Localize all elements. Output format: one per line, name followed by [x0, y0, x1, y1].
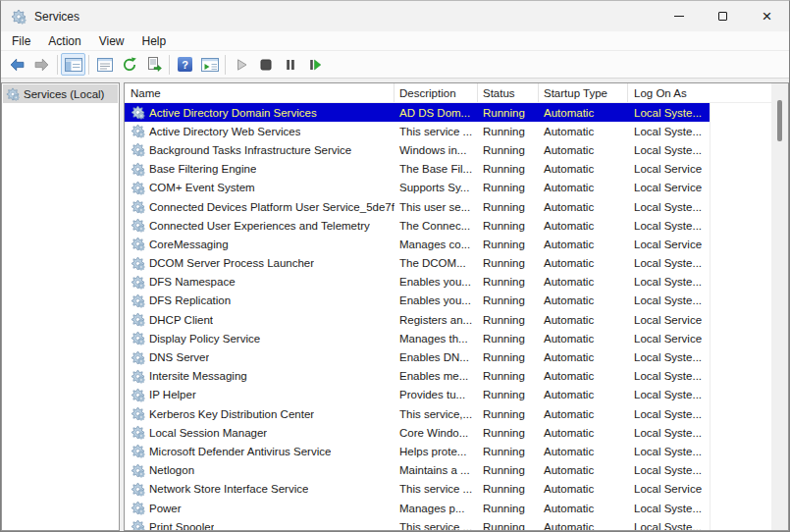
service-startup-type: Automatic — [539, 427, 628, 439]
service-status: Running — [478, 107, 539, 119]
table-row[interactable]: Connected User Experiences and Telemetry… — [125, 216, 710, 235]
table-row[interactable]: Background Tasks Infrastructure Service … — [125, 140, 710, 159]
table-row[interactable]: Intersite Messaging Enables me... Runnin… — [125, 367, 710, 386]
service-startup-type: Automatic — [539, 294, 628, 306]
table-row[interactable]: CoreMessaging Manages co... Running Auto… — [125, 235, 710, 253]
service-description: Manages th... — [395, 333, 478, 345]
service-startup-type: Automatic — [539, 126, 628, 137]
service-name: Connected Devices Platform User Service_… — [149, 201, 395, 213]
table-row[interactable]: IP Helper Provides tu... Running Automat… — [125, 386, 710, 404]
column-header-log-on-as[interactable]: Log On As — [628, 83, 710, 102]
service-gear-icon — [131, 425, 145, 440]
service-name: Print Spooler — [149, 521, 214, 531]
table-row[interactable]: DFS Replication Enables you... Running A… — [125, 292, 710, 310]
help-button[interactable]: ? — [173, 53, 197, 76]
table-row[interactable]: COM+ Event System Supports Sy... Running… — [125, 179, 710, 197]
service-description: This service ... — [395, 126, 478, 137]
menu-view[interactable]: View — [90, 31, 133, 51]
vertical-scrollbar[interactable] — [771, 83, 788, 530]
service-startup-type: Automatic — [539, 144, 628, 156]
service-name: DCOM Server Process Launcher — [149, 257, 314, 269]
service-startup-type: Automatic — [539, 503, 628, 514]
table-row[interactable]: DNS Server Enables DN... Running Automat… — [125, 347, 710, 366]
service-name: Netlogon — [149, 464, 194, 476]
service-name: Kerberos Key Distribution Center — [149, 408, 314, 420]
service-log-on-as: Local Syste... — [628, 351, 710, 363]
service-status: Running — [478, 333, 539, 345]
table-row[interactable]: Active Directory Web Services This servi… — [125, 122, 710, 140]
service-status: Running — [478, 182, 539, 193]
service-startup-type: Automatic — [539, 483, 628, 495]
service-log-on-as: Local Syste... — [628, 389, 710, 400]
menu-file[interactable]: File — [3, 31, 39, 51]
service-gear-icon — [131, 312, 145, 327]
service-description: AD DS Dom... — [395, 107, 478, 119]
close-button[interactable]: × — [745, 1, 789, 31]
table-row[interactable]: DCOM Server Process Launcher The DCOM...… — [125, 254, 710, 273]
table-row[interactable]: Power Manages p... Running Automatic Loc… — [125, 499, 710, 517]
service-description: Enables DN... — [395, 351, 478, 363]
maximize-button[interactable] — [701, 1, 745, 31]
show-console-tree-icon — [65, 58, 82, 72]
export-list-icon — [146, 57, 162, 73]
back-button[interactable] — [5, 53, 29, 76]
service-description: Windows in... — [395, 144, 478, 156]
menu-help[interactable]: Help — [133, 31, 176, 51]
service-name: Active Directory Web Services — [149, 126, 300, 137]
service-log-on-as: Local Syste... — [628, 294, 710, 306]
menu-action[interactable]: Action — [39, 31, 89, 51]
table-row[interactable]: Connected Devices Platform User Service_… — [125, 197, 710, 216]
service-log-on-as: Local Syste... — [628, 276, 710, 288]
forward-button[interactable] — [29, 53, 54, 76]
service-log-on-as: Local Syste... — [628, 503, 710, 514]
table-row[interactable]: Active Directory Domain Services AD DS D… — [125, 103, 710, 122]
service-description: Helps prote... — [395, 446, 478, 457]
show-action-pane-button[interactable] — [197, 53, 222, 76]
minimize-button[interactable] — [657, 1, 701, 31]
table-row[interactable]: Kerberos Key Distribution Center This se… — [125, 404, 710, 423]
service-status: Running — [478, 408, 539, 420]
service-description: Enables you... — [395, 294, 478, 306]
service-log-on-as: Local Syste... — [628, 427, 710, 439]
column-header-status[interactable]: Status — [478, 83, 539, 102]
help-icon: ? — [178, 57, 192, 72]
service-log-on-as: Local Syste... — [628, 201, 710, 213]
service-gear-icon — [131, 444, 145, 458]
properties-button[interactable] — [92, 53, 117, 76]
table-row[interactable]: Print Spooler This service ... Running A… — [125, 517, 710, 531]
service-log-on-as: Local Service — [628, 483, 710, 495]
service-startup-type: Automatic — [539, 389, 628, 400]
table-row[interactable]: Local Session Manager Core Windo... Runn… — [125, 423, 710, 442]
service-name: Display Policy Service — [149, 333, 260, 345]
table-row[interactable]: Network Store Interface Service This ser… — [125, 480, 710, 499]
service-status: Running — [478, 257, 539, 269]
service-description: Supports Sy... — [395, 182, 478, 193]
start-service-button[interactable] — [229, 53, 253, 76]
column-header-name[interactable]: Name — [125, 83, 395, 102]
table-row[interactable]: DFS Namespace Enables you... Running Aut… — [125, 273, 710, 292]
refresh-icon — [122, 57, 137, 73]
titlebar[interactable]: Services × — [1, 1, 789, 31]
refresh-button[interactable] — [117, 53, 141, 76]
service-startup-type: Automatic — [539, 201, 628, 213]
table-row[interactable]: Display Policy Service Manages th... Run… — [125, 329, 710, 347]
scrollbar-thumb[interactable] — [777, 100, 782, 141]
stop-service-button[interactable] — [253, 53, 278, 76]
pause-service-button[interactable] — [278, 53, 302, 76]
table-row[interactable]: Microsoft Defender Antivirus Service Hel… — [125, 442, 710, 460]
export-list-button[interactable] — [141, 53, 166, 76]
column-header-description[interactable]: Description — [395, 83, 478, 102]
service-description: Maintains a ... — [395, 464, 478, 476]
show-console-tree-button[interactable] — [61, 53, 85, 76]
service-description: Registers an... — [395, 314, 478, 326]
table-row[interactable]: Netlogon Maintains a ... Running Automat… — [125, 461, 710, 480]
service-name: Background Tasks Infrastructure Service — [149, 144, 351, 156]
restart-service-button[interactable] — [302, 53, 327, 76]
table-row[interactable]: DHCP Client Registers an... Running Auto… — [125, 310, 710, 329]
sidebar-item-services-local[interactable]: Services (Local) — [3, 84, 118, 103]
list-header: Name Description Status ^Startup Type Lo… — [125, 83, 788, 103]
service-startup-type: Automatic — [539, 220, 628, 232]
service-gear-icon — [131, 199, 145, 214]
column-header-startup-type[interactable]: ^Startup Type — [539, 83, 628, 102]
table-row[interactable]: Base Filtering Engine The Base Fil... Ru… — [125, 160, 710, 179]
